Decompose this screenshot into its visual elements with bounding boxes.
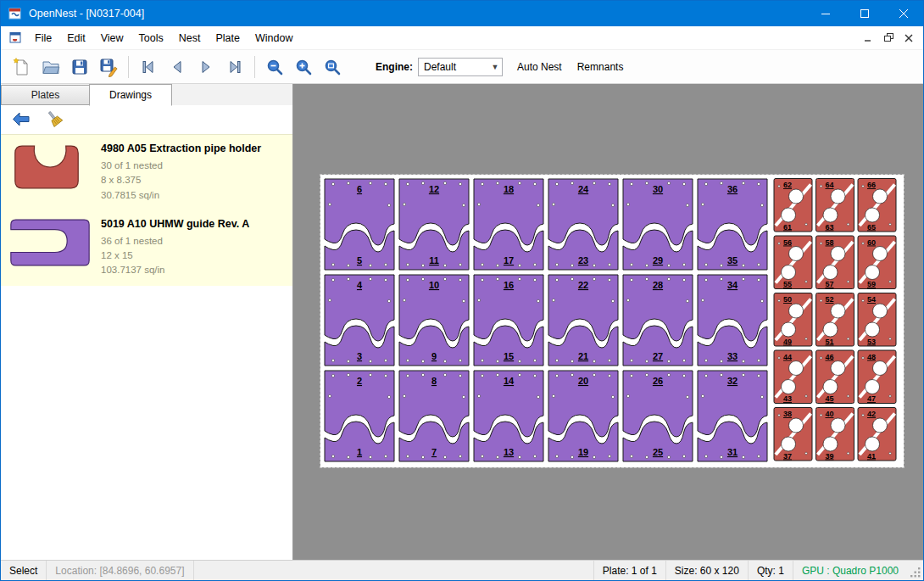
mdi-restore-button[interactable]: [879, 30, 898, 47]
nest-canvas[interactable]: 6512111817242330293635431091615222128273…: [320, 175, 904, 467]
nested-pair-red[interactable]: 6059: [858, 236, 896, 289]
drill-hole: [406, 278, 409, 281]
drill-hole: [630, 455, 632, 457]
menu-edit[interactable]: Edit: [59, 28, 93, 48]
nav-next-button[interactable]: [192, 53, 220, 81]
drill-hole: [686, 204, 688, 206]
nested-pair-red[interactable]: 5453: [858, 293, 896, 347]
drill-hole: [518, 455, 520, 458]
drill-hole: [847, 452, 849, 455]
nav-prev-button[interactable]: [163, 53, 192, 81]
drill-hole: [459, 182, 461, 185]
part-number: 56: [783, 238, 792, 247]
nest-viewport[interactable]: 6512111817242330293635431091615222128273…: [293, 84, 923, 560]
menu-plate[interactable]: Plate: [208, 28, 248, 48]
nested-pair-red[interactable]: 4645: [816, 350, 854, 404]
nested-pair-purple[interactable]: 2827: [623, 275, 693, 366]
nested-pair-red[interactable]: 5251: [816, 293, 854, 347]
tab-drawings[interactable]: Drawings: [89, 84, 172, 106]
minimize-button[interactable]: [806, 1, 845, 26]
drill-hole: [667, 455, 670, 458]
drill-hole: [608, 278, 610, 281]
drill-hole: [686, 299, 688, 302]
drill-hole: [593, 182, 595, 184]
nested-pair-purple[interactable]: 1211: [399, 179, 469, 270]
nested-pair-purple[interactable]: 3635: [698, 179, 767, 270]
maximize-button[interactable]: [845, 1, 884, 26]
drill-hole: [533, 182, 536, 185]
nested-pair-purple[interactable]: 1615: [474, 275, 543, 366]
nested-pair-purple[interactable]: 3433: [698, 275, 767, 366]
open-button[interactable]: [36, 53, 65, 81]
engine-select[interactable]: Default ▼: [418, 58, 503, 76]
nested-pair-purple[interactable]: 3029: [623, 179, 693, 270]
zoom-out-button[interactable]: [260, 53, 289, 81]
drill-hole: [778, 357, 781, 360]
part-number: 25: [653, 447, 663, 457]
nested-pair-purple[interactable]: 2221: [548, 275, 618, 366]
send-back-button[interactable]: [9, 109, 33, 131]
close-button[interactable]: [884, 1, 923, 26]
nested-pair-purple[interactable]: 65: [325, 179, 394, 270]
menu-tools[interactable]: Tools: [131, 28, 171, 48]
menu-window[interactable]: Window: [248, 28, 300, 48]
nested-pair-purple[interactable]: 87: [399, 371, 469, 461]
new-button[interactable]: [8, 53, 36, 81]
nav-first-button[interactable]: [134, 53, 163, 81]
drill-hole: [552, 299, 554, 301]
nested-pair-purple[interactable]: 2019: [548, 371, 618, 461]
plate[interactable]: 6512111817242330293635431091615222128273…: [320, 175, 904, 467]
list-item-drawing-5019[interactable]: 5019 A10 UHMW guide Rev. A 36 of 1 neste…: [1, 210, 292, 286]
drill-hole: [387, 204, 390, 206]
mdi-minimize-button[interactable]: [859, 30, 877, 47]
zoom-fit-button[interactable]: [318, 53, 347, 81]
nested-pair-purple[interactable]: 1817: [474, 179, 543, 270]
nested-pair-purple[interactable]: 2625: [623, 371, 693, 461]
circular-cutout: [823, 208, 838, 222]
resize-grip[interactable]: [907, 561, 923, 580]
part-number: 13: [504, 447, 514, 457]
toolbar-separator: [128, 56, 129, 78]
engine-label: Engine:: [376, 61, 413, 73]
mdi-close-button[interactable]: [899, 30, 918, 47]
nested-pair-purple[interactable]: 3231: [698, 371, 767, 461]
drill-hole: [347, 277, 349, 280]
nested-pair-purple[interactable]: 43: [325, 275, 394, 366]
nested-pair-red[interactable]: 4241: [858, 408, 896, 461]
menu-nest[interactable]: Nest: [171, 28, 209, 48]
save-button[interactable]: [65, 53, 94, 81]
drill-hole: [757, 263, 760, 265]
nested-pair-red[interactable]: 6463: [816, 179, 854, 232]
save-as-floppy-pencil-icon: [98, 57, 119, 77]
nested-pair-red[interactable]: 4847: [858, 350, 896, 404]
nested-pair-red[interactable]: 6665: [858, 179, 896, 232]
nav-last-button[interactable]: [220, 53, 249, 81]
part-number: 21: [578, 351, 588, 361]
engine-selected-value: Default: [424, 61, 456, 73]
nested-pair-red[interactable]: 5857: [816, 236, 854, 289]
nested-pair-purple[interactable]: 21: [325, 371, 394, 461]
save-as-button[interactable]: [94, 53, 123, 81]
remnants-button[interactable]: Remnants: [570, 56, 632, 78]
auto-nest-button[interactable]: Auto Nest: [509, 56, 570, 78]
zoom-in-button[interactable]: [289, 53, 318, 81]
circular-cutout: [789, 247, 804, 261]
nested-pair-purple[interactable]: 109: [399, 275, 469, 366]
nested-pair-purple[interactable]: 2423: [548, 179, 618, 270]
circular-cutout: [866, 322, 880, 337]
part-number: 57: [825, 280, 833, 288]
nested-pair-purple[interactable]: 1413: [474, 371, 543, 461]
tab-plates[interactable]: Plates: [1, 85, 89, 105]
menu-file[interactable]: File: [27, 28, 59, 48]
nested-pair-red[interactable]: 5049: [774, 293, 812, 347]
nested-pair-red[interactable]: 4039: [816, 408, 854, 461]
list-item-drawing-4980[interactable]: 4980 A05 Extraction pipe holder 30 of 1 …: [1, 135, 292, 210]
nested-pair-red[interactable]: 5655: [774, 236, 812, 289]
nested-pair-red[interactable]: 4443: [774, 350, 812, 404]
menu-view[interactable]: View: [93, 28, 131, 48]
drill-hole: [889, 223, 892, 226]
nested-pair-red[interactable]: 3837: [774, 408, 812, 461]
drill-hole: [481, 182, 483, 185]
clear-button[interactable]: [43, 109, 67, 131]
nested-pair-red[interactable]: 6261: [774, 179, 812, 232]
